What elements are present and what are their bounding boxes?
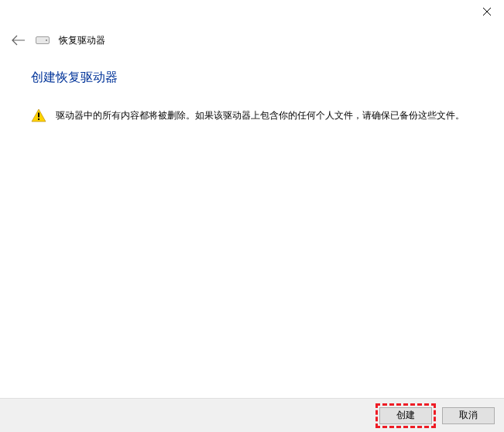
- warning-row: 驱动器中的所有内容都将被删除。如果该驱动器上包含你的任何个人文件，请确保已备份这…: [31, 108, 473, 123]
- back-button[interactable]: [11, 33, 26, 48]
- button-bar: 创建 取消: [0, 398, 504, 432]
- svg-point-3: [46, 39, 47, 41]
- cancel-button[interactable]: 取消: [442, 407, 495, 424]
- drive-icon: [36, 36, 50, 45]
- svg-rect-5: [38, 118, 39, 120]
- back-arrow-icon: [12, 35, 26, 46]
- close-button[interactable]: [469, 0, 504, 23]
- page-title: 创建恢复驱动器: [31, 70, 118, 86]
- header-title: 恢复驱动器: [59, 34, 105, 47]
- header: 恢复驱动器: [11, 33, 105, 48]
- create-button-highlight: 创建: [375, 403, 436, 428]
- svg-rect-4: [38, 113, 39, 118]
- close-icon: [483, 8, 491, 15]
- create-button[interactable]: 创建: [379, 407, 432, 424]
- warning-icon: [31, 108, 46, 122]
- warning-text: 驱动器中的所有内容都将被删除。如果该驱动器上包含你的任何个人文件，请确保已备份这…: [56, 108, 465, 123]
